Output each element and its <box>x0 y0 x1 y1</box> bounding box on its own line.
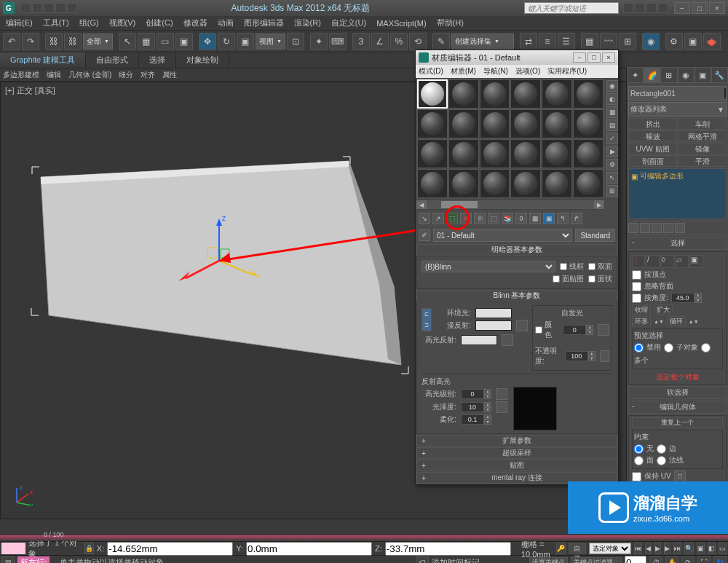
menu-rendering[interactable]: 渲染(R) <box>294 17 321 28</box>
rollout-extended-params[interactable]: 扩展参数 <box>416 435 617 446</box>
rollout-edit-geometry[interactable]: 编辑几何体 <box>628 401 727 414</box>
help-icon[interactable] <box>658 3 668 13</box>
nav-walk-icon[interactable]: 👣 <box>713 556 727 563</box>
preserve-uv-checkbox[interactable] <box>632 472 641 481</box>
mat-menu-options[interactable]: 选项(O) <box>515 66 540 76</box>
coord-z-input[interactable] <box>385 542 511 556</box>
video-check-icon[interactable]: ✓ <box>606 133 618 144</box>
menu-animation[interactable]: 动画 <box>218 17 234 28</box>
mat-minimize-button[interactable]: − <box>573 52 586 63</box>
coord-y-input[interactable] <box>246 542 372 556</box>
mat-map-nav-icon[interactable]: ⊞ <box>606 185 618 197</box>
by-vertex-checkbox[interactable] <box>632 270 641 280</box>
go-parent-icon[interactable]: ↰ <box>557 213 569 224</box>
ignore-backfacing-checkbox[interactable] <box>632 282 641 291</box>
select-name-button[interactable]: ▦ <box>138 33 155 50</box>
material-slot-1[interactable] <box>417 79 448 109</box>
preview-multi-radio[interactable] <box>701 343 711 353</box>
rollout-supersampling[interactable]: 超级采样 <box>416 447 617 459</box>
preview-disable-radio[interactable] <box>634 343 644 353</box>
nav-zoom-all-icon[interactable]: ▣ <box>697 543 705 554</box>
play-icon[interactable]: ▶ <box>654 543 661 554</box>
subobj-polygon-icon[interactable]: ▱ <box>676 255 689 268</box>
goto-start-icon[interactable]: ⏮ <box>634 543 642 554</box>
rotate-button[interactable]: ↻ <box>218 33 235 50</box>
material-slot[interactable] <box>448 139 479 168</box>
menu-create[interactable]: 创建(C) <box>146 17 173 28</box>
snap-toggle-button[interactable]: 3 <box>352 33 370 50</box>
menu-edit[interactable]: 编辑(E) <box>6 17 33 28</box>
manipulate-button[interactable]: ✦ <box>310 33 328 50</box>
material-editor-button[interactable]: ◉ <box>642 33 660 50</box>
reset-map-icon[interactable]: ✕ <box>460 213 472 224</box>
titlebar-icon[interactable] <box>67 3 77 13</box>
titlebar-icon[interactable] <box>20 3 31 13</box>
modifier-stack[interactable]: ▣可编辑多边形 <box>628 168 727 219</box>
menu-help[interactable]: 帮助(H) <box>437 17 464 28</box>
shrink-button[interactable]: 收缩 <box>632 304 651 315</box>
spinner-snap-button[interactable]: ⟲ <box>409 33 427 50</box>
key-mode-icon[interactable]: 🔑 <box>556 543 566 554</box>
constraint-normal-radio[interactable] <box>657 456 666 465</box>
ribbon-tab-selection[interactable]: 选择 <box>139 52 176 68</box>
nav-pan-icon[interactable]: ✋ <box>665 556 678 563</box>
rollout-selection[interactable]: 选择 <box>628 237 727 250</box>
make-unique-icon[interactable]: ⬚ <box>488 213 499 224</box>
render-setup-button[interactable]: ⚙ <box>665 33 683 50</box>
material-slot[interactable] <box>542 79 572 109</box>
mirror-button[interactable]: ⇄ <box>520 33 537 50</box>
make-copy-icon[interactable]: ⎘ <box>474 213 486 224</box>
menu-tools[interactable]: 工具(T) <box>43 17 69 28</box>
mod-btn-uvwmap[interactable]: UVW 贴图 <box>628 143 677 154</box>
constraint-face-radio[interactable] <box>634 456 644 465</box>
ribbon-tab-paint[interactable]: 对象绘制 <box>176 52 229 68</box>
grow-button[interactable]: 扩大 <box>654 304 673 315</box>
menu-group[interactable]: 组(G) <box>79 17 99 28</box>
sample-uv-icon[interactable]: ▤ <box>606 119 618 131</box>
go-forward-icon[interactable]: ↱ <box>571 213 582 224</box>
rollout-soft-selection[interactable]: 软选择 <box>628 386 727 399</box>
percent-snap-button[interactable]: % <box>390 33 408 50</box>
subobj-element-icon[interactable]: ▣ <box>690 255 703 268</box>
constraint-none-radio[interactable] <box>634 444 644 454</box>
ribbon-tab-freeform[interactable]: 自由形式 <box>86 52 139 68</box>
material-slot[interactable] <box>510 79 541 109</box>
window-crossing-button[interactable]: ▣ <box>175 33 193 50</box>
mat-close-button[interactable]: × <box>602 52 615 63</box>
material-slot[interactable] <box>448 109 479 138</box>
material-id-icon[interactable]: 0 <box>515 213 527 224</box>
soften-spinner[interactable] <box>461 414 484 425</box>
self-illum-spinner[interactable] <box>563 325 586 335</box>
move-button[interactable]: ✥ <box>199 33 216 50</box>
material-type-button[interactable]: Standard <box>575 229 615 242</box>
material-slot[interactable] <box>510 139 541 168</box>
select-region-button[interactable]: ▭ <box>157 33 174 50</box>
material-slot[interactable] <box>417 139 448 168</box>
object-name-input[interactable] <box>630 90 723 98</box>
mod-btn-meshsmooth[interactable]: 网格平滑 <box>678 130 727 142</box>
unlink-button[interactable]: ⛓ <box>64 33 82 50</box>
diffuse-map-button[interactable] <box>516 320 528 331</box>
face-map-checkbox[interactable] <box>553 275 560 283</box>
material-slot[interactable] <box>480 109 510 138</box>
show-end-result-icon[interactable]: ▣ <box>543 213 555 224</box>
material-slot[interactable] <box>448 79 479 109</box>
material-slot[interactable] <box>510 169 541 198</box>
set-key-button[interactable]: 设置关键点 <box>529 557 568 563</box>
assign-to-selection-icon[interactable]: ⬚ <box>446 213 458 224</box>
menu-views[interactable]: 视图(V) <box>109 17 136 28</box>
wire-checkbox[interactable] <box>560 263 567 270</box>
constraint-edge-radio[interactable] <box>657 444 666 454</box>
mat-menu-utilities[interactable]: 实用程序(U) <box>547 66 587 76</box>
rendered-frame-button[interactable]: ▣ <box>684 33 702 50</box>
pick-material-icon[interactable]: ✐ <box>419 229 430 241</box>
named-selection-dropdown[interactable]: 创建选择集 <box>451 34 514 50</box>
lock-selection-icon[interactable]: 🔒 <box>84 543 94 554</box>
scroll-left-button[interactable]: ◀ <box>416 200 427 209</box>
shader-dropdown[interactable]: (B)Blinn <box>422 261 555 272</box>
mat-menu-mode[interactable]: 模式(D) <box>419 66 443 76</box>
key-filters-button[interactable]: 关键点过滤器... <box>571 557 622 563</box>
mat-maximize-button[interactable]: □ <box>587 52 601 63</box>
diffuse-swatch[interactable] <box>475 320 512 331</box>
undo-button[interactable]: ↶ <box>3 33 20 50</box>
